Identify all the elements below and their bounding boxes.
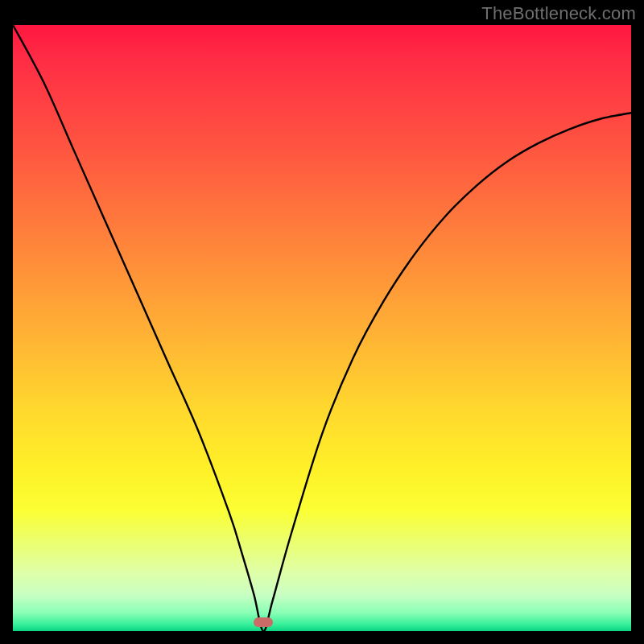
watermark-text: TheBottleneck.com — [481, 3, 636, 24]
chart-area — [13, 25, 631, 631]
optimal-marker — [254, 617, 273, 627]
bottleneck-curve — [13, 25, 631, 631]
